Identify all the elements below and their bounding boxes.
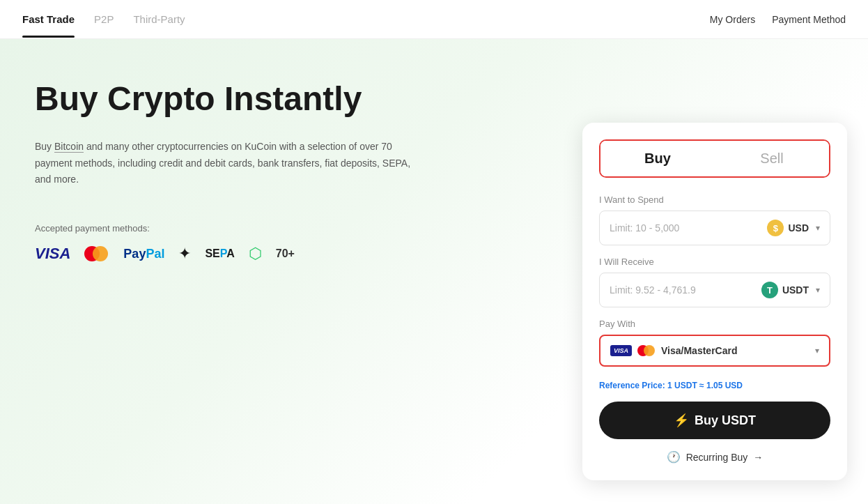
arrow-right-icon: → — [753, 452, 763, 463]
payment-label: Accepted payment methods: — [35, 223, 527, 234]
clock-icon: 🕐 — [667, 450, 681, 464]
trade-card: Buy Sell I Want to Spend Limit: 10 - 5,0… — [582, 123, 847, 480]
spend-field[interactable]: Limit: 10 - 5,000 $ USD ▾ — [599, 211, 830, 245]
pay-with-selector[interactable]: VISA Visa/MasterCard ▾ — [599, 335, 830, 367]
pay-method-name: Visa/MasterCard — [661, 345, 737, 356]
mc-orange-circle — [93, 246, 108, 261]
buy-button-label: Buy USDT — [695, 413, 756, 428]
receive-label: I Will Receive — [599, 257, 830, 267]
spend-currency-selector[interactable]: $ USD ▾ — [767, 220, 820, 236]
my-orders-link[interactable]: My Orders — [710, 14, 755, 25]
pay-with-chevron-icon: ▾ — [815, 346, 819, 356]
hero-title: Buy Crypto Instantly — [35, 81, 527, 118]
recurring-buy-link[interactable]: 🕐 Recurring Buy → — [599, 450, 830, 464]
recurring-buy-label: Recurring Buy — [686, 452, 748, 463]
visa-logo: VISA — [35, 245, 70, 263]
hero-description: Buy Bitcoin and many other cryptocurrenc… — [35, 139, 425, 188]
receive-limit: Limit: 9.52 - 4,761.9 — [610, 284, 696, 296]
sepa-logo: SEPA — [205, 247, 234, 260]
spend-label: I Want to Spend — [599, 194, 830, 205]
spend-currency-label: USD — [788, 222, 809, 234]
buy-usdt-button[interactable]: ⚡ Buy USDT — [599, 402, 830, 439]
payment-section: Accepted payment methods: VISA PayPal ✦ … — [35, 223, 527, 263]
payment-icons: VISA PayPal ✦ SEPA ⬡ 70+ — [35, 245, 527, 263]
receive-field[interactable]: Limit: 9.52 - 4,761.9 T USDT ▾ — [599, 273, 830, 307]
pay-with-label: Pay With — [599, 319, 830, 329]
payment-method-link[interactable]: Payment Method — [772, 14, 846, 25]
star-logo: ✦ — [178, 245, 191, 263]
left-panel: Buy Crypto Instantly Buy Bitcoin and man… — [0, 39, 561, 504]
nav-left: Fast Trade P2P Third-Party — [22, 13, 185, 25]
receive-currency-label: USDT — [782, 284, 809, 296]
nav-fast-trade[interactable]: Fast Trade — [22, 13, 75, 25]
sell-tab[interactable]: Sell — [715, 141, 829, 176]
receive-currency-selector[interactable]: T USDT ▾ — [761, 282, 820, 298]
nav-p2p[interactable]: P2P — [94, 13, 114, 25]
payment-more-count: 70+ — [276, 247, 295, 260]
nav-third-party[interactable]: Third-Party — [133, 13, 185, 25]
paypal-logo: PayPal — [123, 247, 164, 261]
visa-card-icon: VISA — [610, 345, 632, 356]
nav-right: My Orders Payment Method — [710, 14, 846, 25]
spend-chevron-icon: ▾ — [816, 223, 820, 233]
buy-tab[interactable]: Buy — [600, 141, 715, 176]
mastercard-logo — [84, 245, 109, 262]
pay-with-left: VISA Visa/MasterCard — [610, 344, 737, 357]
usd-icon: $ — [767, 220, 784, 236]
receive-chevron-icon: ▾ — [816, 285, 820, 295]
mastercard-small-icon — [637, 344, 656, 357]
main-content: Buy Crypto Instantly Buy Bitcoin and man… — [0, 39, 868, 504]
right-panel: Buy Sell I Want to Spend Limit: 10 - 5,0… — [561, 39, 868, 504]
usdt-icon: T — [761, 282, 778, 298]
buy-sell-toggle: Buy Sell — [599, 139, 830, 178]
bitcoin-link[interactable]: Bitcoin — [54, 141, 84, 153]
spend-limit: Limit: 10 - 5,000 — [610, 222, 679, 234]
mosaic-icon: ⬡ — [249, 245, 262, 263]
lightning-icon: ⚡ — [674, 413, 689, 428]
reference-price: Reference Price: 1 USDT ≈ 1.05 USD — [599, 381, 830, 390]
